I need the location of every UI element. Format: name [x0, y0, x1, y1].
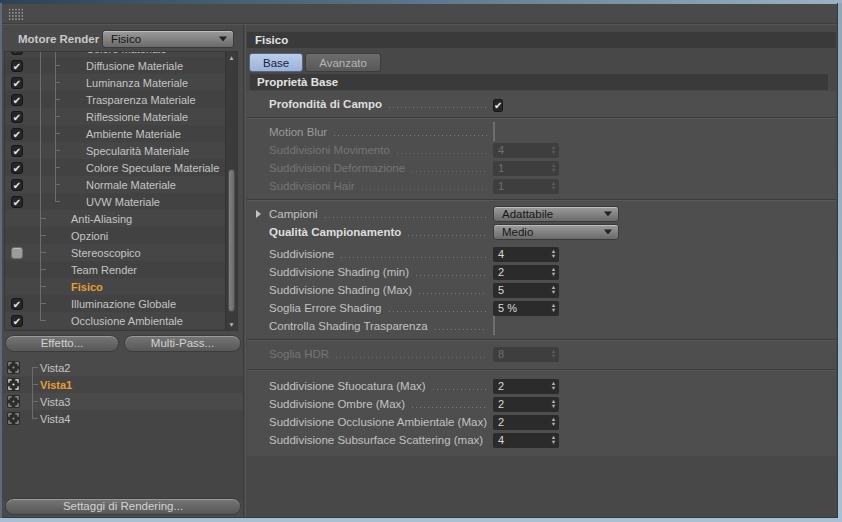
- campioni-select[interactable]: Adattabile: [493, 206, 619, 222]
- expander-icon[interactable]: [256, 210, 261, 218]
- tree-item-luminanza-materiale[interactable]: Luminanza Materiale: [5, 74, 225, 91]
- number-spinner[interactable]: 2: [493, 265, 559, 280]
- scroll-down-icon[interactable]: ▼: [226, 319, 237, 330]
- spinner-arrows-icon[interactable]: [548, 285, 559, 295]
- spinner-arrows-icon[interactable]: [548, 417, 559, 427]
- tree-item-opzioni[interactable]: Opzioni: [5, 227, 225, 244]
- spinner-arrows-icon[interactable]: [548, 181, 559, 191]
- panel-title: Fisico: [247, 32, 836, 48]
- checkbox-checked[interactable]: [11, 196, 23, 208]
- chevron-down-icon: [604, 212, 612, 217]
- view-list: Vista2 Vista1 Vista3: [2, 359, 243, 501]
- view-item-vista2[interactable]: Vista2: [2, 359, 243, 376]
- checkbox-checked[interactable]: [11, 145, 23, 157]
- number-spinner[interactable]: 5 %: [493, 301, 559, 316]
- setting-suddivisioni-hair: Suddivisioni Hair 1: [247, 177, 836, 195]
- tree-item-ambiente-materiale[interactable]: Ambiente Materiale: [5, 125, 225, 142]
- view-item-vista3[interactable]: Vista3: [2, 393, 243, 410]
- checkbox-checked[interactable]: [11, 94, 23, 106]
- checkbox-checked[interactable]: [11, 315, 23, 327]
- number-spinner[interactable]: 1: [493, 161, 559, 176]
- tab-avanzato[interactable]: Avanzato: [305, 53, 381, 72]
- tree-item-fisico[interactable]: Fisico: [5, 278, 225, 295]
- dotted-leader: [433, 389, 487, 390]
- checkbox-checked[interactable]: [11, 179, 23, 191]
- setting-suddivisione: Suddivisione 4: [247, 245, 836, 263]
- number-spinner[interactable]: 4: [493, 433, 559, 448]
- spinner-arrows-icon[interactable]: [548, 145, 559, 155]
- tree-item-diffusione-materiale[interactable]: Diffusione Materiale: [5, 57, 225, 74]
- drag-handle-icon[interactable]: [8, 8, 24, 21]
- render-options-tree: Colore Materiale Diffusione Materiale Lu…: [4, 51, 238, 331]
- setting-suddivisione-shading-min: Suddivisione Shading (min) 2: [247, 263, 836, 281]
- checkbox-checked[interactable]: [11, 111, 23, 123]
- number-spinner[interactable]: 2: [493, 379, 559, 394]
- checkbox-checked[interactable]: [11, 298, 23, 310]
- render-engine-row: Motore Render Fisico: [2, 29, 243, 49]
- tree-item-anti-aliasing[interactable]: Anti-Aliasing: [5, 210, 225, 227]
- spinner-arrows-icon[interactable]: [548, 399, 559, 409]
- view-item-vista1[interactable]: Vista1: [2, 376, 243, 393]
- checkbox-checked[interactable]: [11, 162, 23, 174]
- scrollbar-thumb[interactable]: [228, 169, 235, 312]
- tab-bar: Base Avanzato: [249, 53, 381, 72]
- number-spinner[interactable]: 2: [493, 397, 559, 412]
- dotted-leader: [341, 257, 487, 258]
- viewport-icon: [7, 361, 20, 374]
- tree-item-trasparenza-materiale[interactable]: Trasparenza Materiale: [5, 91, 225, 108]
- number-spinner[interactable]: 2: [493, 415, 559, 430]
- spinner-arrows-icon[interactable]: [548, 435, 559, 445]
- spinner-arrows-icon[interactable]: [548, 381, 559, 391]
- tree-item-uvw-materiale[interactable]: UVW Materiale: [5, 193, 225, 210]
- render-settings-button[interactable]: Settaggi di Rendering...: [5, 498, 241, 515]
- tree-item-team-render[interactable]: Team Render: [5, 261, 225, 278]
- spinner-arrows-icon[interactable]: [548, 267, 559, 277]
- chevron-down-icon: [219, 37, 227, 42]
- panel-topbar: [2, 4, 837, 24]
- tree-item-specularita-materiale[interactable]: Specularità Materiale: [5, 142, 225, 159]
- dotted-leader: [397, 153, 487, 154]
- checkbox-checked[interactable]: [493, 99, 503, 112]
- number-spinner[interactable]: 5: [493, 283, 559, 298]
- dotted-leader: [334, 135, 487, 136]
- checkbox-unchecked[interactable]: [493, 122, 495, 141]
- tree-item-stereoscopico[interactable]: Stereoscopico: [5, 244, 225, 261]
- separator: [247, 199, 836, 201]
- tree-scrollbar[interactable]: ▲ ▼: [225, 52, 237, 330]
- number-spinner[interactable]: 4: [493, 143, 559, 158]
- tree-item-colore-speculare-materiale[interactable]: Colore Speculare Materiale: [5, 159, 225, 176]
- tree-item-riflessione-materiale[interactable]: Riflessione Materiale: [5, 108, 225, 125]
- number-spinner[interactable]: 8: [493, 347, 559, 362]
- checkbox-checked[interactable]: [11, 128, 23, 140]
- setting-suddivisioni-deformazione: Suddivisioni Deformazione 1: [247, 159, 836, 177]
- dotted-leader: [336, 357, 487, 358]
- tree-item-occlusione-ambientale[interactable]: Occlusione Ambientale: [5, 312, 225, 329]
- checkbox-checked[interactable]: [11, 77, 23, 89]
- checkbox-unchecked[interactable]: [493, 316, 495, 335]
- tab-base[interactable]: Base: [249, 53, 303, 72]
- multipass-button[interactable]: Multi-Pass...: [124, 335, 241, 352]
- separator: [247, 117, 836, 119]
- checkbox-checked[interactable]: [11, 60, 23, 72]
- setting-suddivisioni-movimento: Suddivisioni Movimento 4: [247, 141, 836, 159]
- section-header: Proprietà Base: [250, 74, 828, 90]
- spinner-arrows-icon[interactable]: [548, 349, 559, 359]
- render-engine-select[interactable]: Fisico: [102, 30, 234, 48]
- view-item-vista4[interactable]: Vista4: [2, 410, 243, 427]
- qualita-select[interactable]: Medio: [493, 224, 619, 240]
- tree-item-normale-materiale[interactable]: Normale Materiale: [5, 176, 225, 193]
- scroll-up-icon[interactable]: ▲: [226, 52, 237, 63]
- render-engine-value: Fisico: [111, 33, 141, 45]
- spinner-arrows-icon[interactable]: [548, 249, 559, 259]
- checkbox-checked[interactable]: [11, 51, 23, 55]
- tree-item-illuminazione-globale[interactable]: Illuminazione Globale: [5, 295, 225, 312]
- effect-button[interactable]: Effetto...: [5, 335, 119, 352]
- dotted-leader: [389, 311, 487, 312]
- checkbox-unchecked[interactable]: [11, 247, 23, 259]
- spinner-arrows-icon[interactable]: [548, 163, 559, 173]
- number-spinner[interactable]: 4: [493, 247, 559, 262]
- setting-campioni: Campioni Adattabile: [247, 205, 836, 223]
- spinner-arrows-icon[interactable]: [548, 303, 559, 313]
- setting-controlla-shading-trasparenza: Controlla Shading Trasparenza: [247, 317, 836, 335]
- number-spinner[interactable]: 1: [493, 179, 559, 194]
